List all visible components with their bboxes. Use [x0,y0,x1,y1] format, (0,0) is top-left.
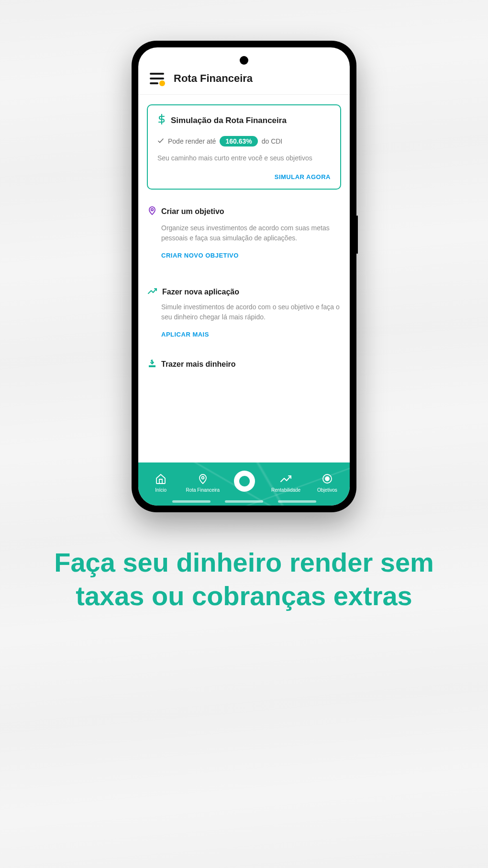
app-header: Rota Financeira [138,47,350,95]
simulation-subtitle: Seu caminho mais curto entre você e seus… [157,154,331,162]
deposit-icon [148,359,156,370]
phone-screen: Rota Financeira Simulação da Rota Financ… [138,47,350,506]
nav-label: Rota Financeira [186,487,220,493]
section-new-application: Fazer nova aplicação Simule investimento… [147,283,341,352]
simulation-title-row: Simulação da Rota Financeira [157,114,331,127]
section-title-row: Criar um objetivo [148,206,340,217]
section-description: Simule investimentos de acordo com o seu… [148,302,340,322]
page-title: Rota Financeira [174,72,253,85]
section-title: Criar um objetivo [161,207,224,216]
power-button [356,215,358,254]
home-icon [155,472,166,485]
nav-center[interactable] [228,471,261,494]
nav-label: Rentabilidade [271,487,300,493]
gesture-nav-bars [138,500,350,503]
pin-icon [148,206,156,217]
create-objective-button[interactable]: CRIAR NOVO OBJETIVO [148,252,340,259]
simulation-action-wrap: SIMULAR AGORA [157,172,331,181]
render-suffix: do CDI [262,137,283,145]
marketing-tagline: Faça seu dinheiro render sem taxas ou co… [0,546,488,613]
section-create-objective: Criar um objetivo Organize seus investim… [147,201,341,273]
bottom-nav: Início Rota Financeira Rentabilidade [138,462,350,506]
section-title: Trazer mais dinheiro [161,360,236,369]
nav-label: Objetivos [317,487,337,493]
simulation-title: Simulação da Rota Financeira [171,116,287,125]
simulate-now-button[interactable]: SIMULAR AGORA [275,173,331,180]
svg-point-0 [151,209,153,211]
nav-home[interactable]: Início [144,472,177,493]
check-icon [157,137,164,146]
render-prefix: Pode render até [168,137,216,145]
phone-frame: Rota Financeira Simulação da Rota Financ… [132,41,356,512]
section-description: Organize seus investimentos de acordo co… [148,223,340,243]
nav-label: Início [155,487,166,493]
apply-more-button[interactable]: APLICAR MAIS [148,331,340,338]
camera-hole [240,56,248,65]
nav-rota-financeira[interactable]: Rota Financeira [186,472,220,493]
nav-objetivos[interactable]: Objetivos [311,472,344,493]
svg-point-1 [201,476,204,479]
simulation-card: Simulação da Rota Financeira Pode render… [147,104,341,190]
pie-chart-icon [234,471,255,492]
target-icon [322,472,333,485]
section-title-row: Trazer mais dinheiro [148,359,340,370]
trending-up-icon [148,288,157,296]
trending-up-icon [280,472,292,485]
svg-point-3 [325,477,329,481]
main-content: Simulação da Rota Financeira Pode render… [138,95,350,462]
dollar-icon [157,114,166,127]
percentage-badge: 160.63% [220,136,257,147]
location-icon [198,472,208,485]
section-title-row: Fazer nova aplicação [148,288,340,296]
render-line: Pode render até 160.63% do CDI [157,136,331,147]
menu-icon[interactable] [150,73,164,84]
section-title: Fazer nova aplicação [162,288,239,296]
section-bring-more-money: Trazer mais dinheiro [147,354,341,380]
nav-rentabilidade[interactable]: Rentabilidade [270,472,302,493]
